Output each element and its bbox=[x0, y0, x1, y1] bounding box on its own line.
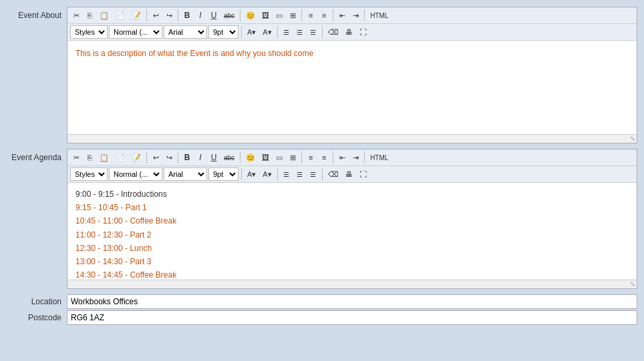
location-input[interactable] bbox=[67, 294, 637, 309]
about-sep1 bbox=[146, 9, 147, 21]
location-label: Location bbox=[7, 297, 67, 306]
about-font-select[interactable]: Arial bbox=[164, 25, 207, 39]
about-paste-word-btn[interactable]: 📝 bbox=[129, 9, 144, 22]
agenda-strike-btn[interactable]: abc bbox=[221, 151, 237, 164]
about-resize-handle[interactable]: ⤡ bbox=[67, 134, 637, 143]
agenda-font-color-btn[interactable]: A▾ bbox=[245, 167, 259, 181]
about-html-btn[interactable]: HTML bbox=[367, 9, 391, 22]
about-align-center-btn[interactable]: ☰ bbox=[294, 25, 306, 39]
about-underline-btn[interactable]: U bbox=[208, 9, 220, 22]
agenda-line-3: 10:45 - 11:00 - Coffee Break bbox=[75, 215, 629, 228]
agenda-italic-btn[interactable]: I bbox=[194, 151, 206, 164]
about-clear-btn[interactable]: ⌫ bbox=[325, 25, 341, 39]
about-print-btn[interactable]: 🖶 bbox=[343, 25, 355, 39]
about-sep3 bbox=[240, 9, 240, 21]
agenda-img-btn[interactable]: 🖼 bbox=[259, 151, 272, 164]
agenda-toolbar-row2: Styles Normal (... Arial 9pt A▾ A▾ ☰ ☰ ☰ bbox=[67, 166, 637, 183]
agenda-cut-btn[interactable]: ✂ bbox=[70, 151, 82, 164]
about-cut-btn[interactable]: ✂ bbox=[70, 9, 82, 22]
about-editor-body[interactable]: This is a description of what the Event … bbox=[67, 41, 637, 134]
agenda-align-center-btn[interactable]: ☰ bbox=[294, 167, 306, 181]
postcode-field-row: Postcode bbox=[7, 310, 637, 325]
about-align-right-btn[interactable]: ☰ bbox=[307, 25, 319, 39]
postcode-input[interactable] bbox=[67, 310, 637, 325]
agenda-clear-btn[interactable]: ⌫ bbox=[325, 167, 341, 181]
agenda-sep6 bbox=[364, 151, 365, 163]
agenda-format-select[interactable]: Normal (... bbox=[109, 167, 162, 181]
agenda-media-btn[interactable]: ▭ bbox=[273, 151, 285, 164]
agenda-sep4 bbox=[301, 151, 302, 163]
agenda-outdent-btn[interactable]: ⇤ bbox=[336, 151, 348, 164]
about-paste-btn[interactable]: 📋 bbox=[97, 9, 112, 22]
agenda-ul-btn[interactable]: ≡ bbox=[318, 151, 330, 164]
about-styles-select[interactable]: Styles bbox=[70, 25, 108, 39]
agenda-resize-icon: ⤡ bbox=[630, 281, 635, 288]
about-format-select[interactable]: Normal (... bbox=[109, 25, 162, 39]
agenda-html-btn[interactable]: HTML bbox=[367, 151, 391, 164]
agenda-size-select[interactable]: 9pt bbox=[208, 167, 238, 181]
about-img-btn[interactable]: 🖼 bbox=[259, 9, 272, 22]
agenda-ol-btn[interactable]: ≡ bbox=[305, 151, 317, 164]
about-toolbar-row2: Styles Normal (... Arial 9pt A▾ A▾ ☰ ☰ ☰ bbox=[67, 24, 637, 41]
about-table-btn[interactable]: ⊞ bbox=[287, 9, 299, 22]
about-outdent-btn[interactable]: ⇤ bbox=[336, 9, 348, 22]
agenda-editor-body[interactable]: 9:00 - 9:15 - Introductions 9:15 - 10:45… bbox=[67, 183, 637, 280]
agenda-sep3 bbox=[240, 151, 240, 163]
about-size-select[interactable]: 9pt bbox=[208, 25, 238, 39]
about-paste-text-btn[interactable]: 📄 bbox=[113, 9, 128, 22]
agenda-undo-btn[interactable]: ↩ bbox=[150, 151, 162, 164]
agenda-indent-btn[interactable]: ⇥ bbox=[349, 151, 361, 164]
agenda-copy-btn[interactable]: ⎘ bbox=[84, 151, 96, 164]
about-bold-btn[interactable]: B bbox=[181, 9, 193, 22]
about-media-btn[interactable]: ▭ bbox=[273, 9, 285, 22]
agenda-html-label: HTML bbox=[370, 154, 388, 161]
agenda-align-left-btn[interactable]: ☰ bbox=[281, 167, 293, 181]
about-sep2 bbox=[178, 9, 178, 21]
agenda-paste-btn[interactable]: 📋 bbox=[97, 151, 112, 164]
about-indent-btn[interactable]: ⇥ bbox=[349, 9, 361, 22]
agenda-align-right-btn[interactable]: ☰ bbox=[307, 167, 319, 181]
agenda-sep9 bbox=[322, 168, 323, 180]
agenda-line-2: 9:15 - 10:45 - Part 1 bbox=[75, 202, 629, 214]
agenda-font-select[interactable]: Arial bbox=[164, 167, 207, 181]
agenda-underline-btn[interactable]: U bbox=[208, 151, 220, 164]
agenda-line-1: 9:00 - 9:15 - Introductions bbox=[75, 188, 629, 201]
agenda-toolbar-row1: ✂ ⎘ 📋 📄 📝 ↩ ↪ B I U abc 😊 🖼 ▭ ⊞ ≡ bbox=[67, 149, 637, 166]
resize-icon: ⤡ bbox=[630, 135, 635, 142]
agenda-table-btn[interactable]: ⊞ bbox=[287, 151, 299, 164]
agenda-resize-handle[interactable]: ⤡ bbox=[67, 280, 637, 288]
agenda-redo-btn[interactable]: ↪ bbox=[163, 151, 175, 164]
agenda-sep7 bbox=[241, 168, 242, 180]
about-align-left-btn[interactable]: ☰ bbox=[281, 25, 293, 39]
about-html-label: HTML bbox=[370, 12, 388, 19]
agenda-smiley-btn[interactable]: 😊 bbox=[243, 151, 258, 164]
about-italic-btn[interactable]: I bbox=[194, 9, 206, 22]
event-agenda-editor: ✂ ⎘ 📋 📄 📝 ↩ ↪ B I U abc 😊 🖼 ▭ ⊞ ≡ bbox=[67, 149, 637, 289]
agenda-paste-text-btn[interactable]: 📄 bbox=[113, 151, 128, 164]
about-smiley-btn[interactable]: 😊 bbox=[243, 9, 258, 22]
event-about-label: Event About bbox=[7, 7, 67, 20]
agenda-bold-btn[interactable]: B bbox=[181, 151, 193, 164]
about-ol-btn[interactable]: ≡ bbox=[305, 9, 317, 22]
agenda-sep5 bbox=[333, 151, 333, 163]
agenda-fullscreen-btn[interactable]: ⛶ bbox=[357, 167, 369, 181]
about-copy-btn[interactable]: ⎘ bbox=[84, 9, 96, 22]
about-font-color-btn[interactable]: A▾ bbox=[245, 25, 259, 39]
about-undo-btn[interactable]: ↩ bbox=[150, 9, 162, 22]
agenda-print-btn[interactable]: 🖶 bbox=[343, 167, 355, 181]
agenda-line-5: 12:30 - 13:00 - Lunch bbox=[75, 242, 629, 255]
about-sep8 bbox=[277, 26, 278, 38]
agenda-bg-color-btn[interactable]: A▾ bbox=[260, 167, 274, 181]
agenda-paste-word-btn[interactable]: 📝 bbox=[129, 151, 144, 164]
about-strike-btn[interactable]: abc bbox=[221, 9, 237, 22]
agenda-line-7: 14:30 - 14:45 - Coffee Break bbox=[75, 269, 629, 280]
about-bg-color-btn[interactable]: A▾ bbox=[260, 25, 274, 39]
about-fullscreen-btn[interactable]: ⛶ bbox=[357, 25, 369, 39]
agenda-styles-select[interactable]: Styles bbox=[70, 167, 108, 181]
agenda-sep2 bbox=[178, 151, 178, 163]
about-redo-btn[interactable]: ↪ bbox=[163, 9, 175, 22]
about-sep7 bbox=[241, 26, 242, 38]
event-agenda-label: Event Agenda bbox=[7, 149, 67, 162]
about-ul-btn[interactable]: ≡ bbox=[318, 9, 330, 22]
about-sep6 bbox=[364, 9, 365, 21]
